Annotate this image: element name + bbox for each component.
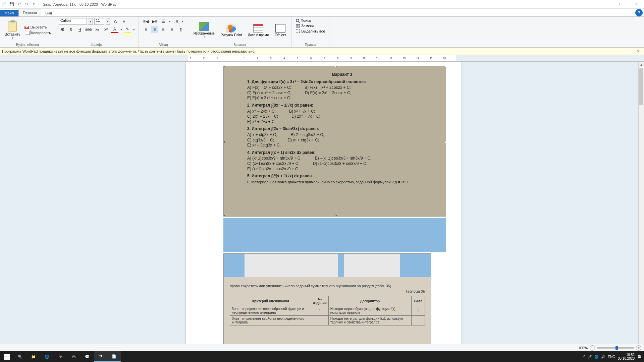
highlight-button[interactable]: ✎ <box>124 26 131 33</box>
align-right-button[interactable]: ≡ <box>160 26 167 33</box>
align-left-button[interactable]: ≡ <box>142 26 150 33</box>
variant-title: Вариант 3 <box>247 72 437 77</box>
close-button[interactable]: ✕ <box>629 0 644 9</box>
tray-volume-icon[interactable]: 🔊 <box>601 355 605 359</box>
tray-clock[interactable]: 10:52 05.10.2020 <box>618 353 635 360</box>
replace-button[interactable]: Замена <box>295 23 315 28</box>
decrease-indent-button[interactable]: ≡◀ <box>142 18 150 25</box>
qat-dropdown-icon[interactable]: ▼ <box>31 1 37 7</box>
font-name-select[interactable]: Calibri <box>59 18 87 25</box>
search-icon <box>296 19 299 22</box>
selection-handle[interactable] <box>223 215 225 217</box>
group-paragraph: ≡◀ ▶≡ ☰▼ ↕≡▼ ≡ ≡ ≡ ≡ ¶ Абзац <box>139 17 188 47</box>
group-clipboard: Вставить ▼ Вырезать Копировать Буфер обм… <box>0 17 55 47</box>
tab-view[interactable]: Вид <box>41 10 56 16</box>
selection-handle[interactable] <box>335 215 337 217</box>
line-spacing-button[interactable]: ↕≡ <box>172 18 180 25</box>
scroll-thumb[interactable] <box>639 68 643 105</box>
insert-paint-button[interactable]: Рисунок Paint <box>219 23 244 38</box>
taskbar-wordpad[interactable]: 📄 <box>107 351 121 362</box>
start-button[interactable] <box>0 351 13 362</box>
window-title: 2вар_Алгебра_11кл_05.10.2020 - WordPad <box>43 2 117 6</box>
help-icon[interactable]: ? <box>635 9 643 16</box>
selection-handle[interactable] <box>445 66 446 67</box>
save-icon[interactable]: 💾 <box>9 1 15 7</box>
tray-network-icon[interactable]: 🌐 <box>594 355 598 359</box>
embedded-image-1[interactable]: Вариант 3 1. Для функции f(x) = 3x² − 2s… <box>223 66 446 217</box>
bold-button[interactable]: Ж <box>59 26 66 33</box>
select-all-button[interactable]: Выделить все <box>295 29 326 34</box>
undo-icon[interactable]: ↶ <box>16 1 22 7</box>
criteria-table: Критерий оценивания № задания Дескриптор… <box>230 296 425 325</box>
paragraph-dialog-button[interactable]: ¶ <box>177 26 184 33</box>
zoom-slider[interactable] <box>597 347 634 349</box>
selection-handle[interactable] <box>445 215 446 217</box>
taskbar-app1[interactable]: 🎮 <box>67 351 80 362</box>
maximize-button[interactable]: ☐ <box>613 0 629 9</box>
svg-text:5: 5 <box>297 57 298 59</box>
taskbar-chrome[interactable]: 🌐 <box>40 351 54 362</box>
tray-language[interactable]: ENG <box>608 355 615 359</box>
selection-handle[interactable] <box>223 66 225 67</box>
insert-image-button[interactable]: Изображение▼ <box>192 21 217 39</box>
taskbar-steam[interactable]: ⧩ <box>54 351 67 362</box>
page[interactable]: Вариант 3 1. Для функции f(x) = 3x² − 2s… <box>186 62 461 353</box>
tab-home[interactable]: Главная <box>18 9 41 16</box>
redo-icon[interactable]: ↷ <box>23 1 30 7</box>
bullets-button[interactable]: ☰ <box>160 18 167 25</box>
taskbar-app2[interactable]: ⧩ <box>94 351 107 362</box>
horizontal-ruler[interactable]: 321 1234 5678 9101112 13141516 <box>188 55 456 62</box>
justify-button[interactable]: ≡ <box>168 26 176 33</box>
italic-button[interactable]: К <box>67 26 75 33</box>
font-size-dropdown-icon[interactable]: ▼ <box>106 18 110 25</box>
svg-text:2: 2 <box>203 57 205 59</box>
table-row: Знает определение первообразной функции … <box>230 306 425 316</box>
tray-chevron-icon[interactable]: ^ <box>584 355 585 359</box>
shrink-font-button[interactable]: A <box>120 18 128 25</box>
zoom-level: 100% <box>578 346 588 350</box>
strike-button[interactable]: abc <box>85 26 92 33</box>
document-area: Вариант 3 1. Для функции f(x) = 3x² − 2s… <box>0 62 644 353</box>
cut-button[interactable]: Вырезать <box>24 25 52 29</box>
subscript-button[interactable]: x₂ <box>94 26 101 33</box>
selection-handle[interactable] <box>335 66 337 67</box>
selection-handle[interactable] <box>445 141 446 143</box>
grow-font-button[interactable]: A <box>112 18 119 25</box>
svg-text:3: 3 <box>190 57 191 59</box>
zoom-slider-knob[interactable] <box>615 346 618 350</box>
svg-text:15: 15 <box>430 57 432 59</box>
question-1: 1. Для функции f(x) = 3x² − 2sin2x перво… <box>247 79 437 85</box>
paste-button[interactable]: Вставить ▼ <box>3 21 22 40</box>
warning-close-button[interactable]: ✕ <box>635 49 642 54</box>
align-center-button[interactable]: ≡ <box>151 26 158 33</box>
ribbon: Вставить ▼ Вырезать Копировать Буфер обм… <box>0 17 644 48</box>
copy-button[interactable]: Копировать <box>24 30 52 36</box>
question-6: 6. Материальная точка движется прямолине… <box>247 180 437 184</box>
taskbar-whatsapp[interactable]: 💬 <box>80 351 94 362</box>
font-size-select[interactable]: 11 <box>94 18 104 25</box>
superscript-button[interactable]: x² <box>102 26 110 33</box>
scroll-up-button[interactable]: ▲ <box>639 62 644 67</box>
increase-indent-button[interactable]: ▶≡ <box>151 18 158 25</box>
underline-button[interactable]: Ч <box>76 26 84 33</box>
selection-handle[interactable] <box>223 141 225 143</box>
find-button[interactable]: Поиск <box>295 18 311 23</box>
embedded-image-2[interactable]: право сократить или увеличить число зада… <box>223 253 431 351</box>
insert-object-button[interactable]: Объект <box>273 23 288 38</box>
vertical-scrollbar[interactable]: ▲ ▼ <box>638 62 644 353</box>
tab-file[interactable]: Файл <box>0 10 18 16</box>
intro-text: право сократить или увеличить число зада… <box>230 284 425 288</box>
font-color-button[interactable]: A <box>111 26 118 33</box>
question-5: 5. Интеграл ∫₁⁹(x + 1/√x) dx равен… <box>247 174 437 179</box>
insert-datetime-button[interactable]: Дата и время <box>246 23 271 38</box>
zoom-in-button[interactable]: + <box>636 345 641 351</box>
taskbar-search[interactable]: 🔍 <box>13 351 27 362</box>
system-tray: ^ 🎤 🌐 🔊 ENG 10:52 05.10.2020 💬 <box>584 353 644 360</box>
font-name-dropdown-icon[interactable]: ▼ <box>88 18 93 25</box>
zoom-out-button[interactable]: − <box>590 345 595 351</box>
question-4: 4. Интеграл ∫(x + 1) sin3x dx равен: <box>247 150 437 156</box>
taskbar-explorer[interactable]: 📁 <box>27 351 40 362</box>
tray-mic-icon[interactable]: 🎤 <box>588 355 592 359</box>
minimize-button[interactable]: — <box>598 0 613 9</box>
tray-notifications-icon[interactable]: 💬 <box>637 355 641 359</box>
